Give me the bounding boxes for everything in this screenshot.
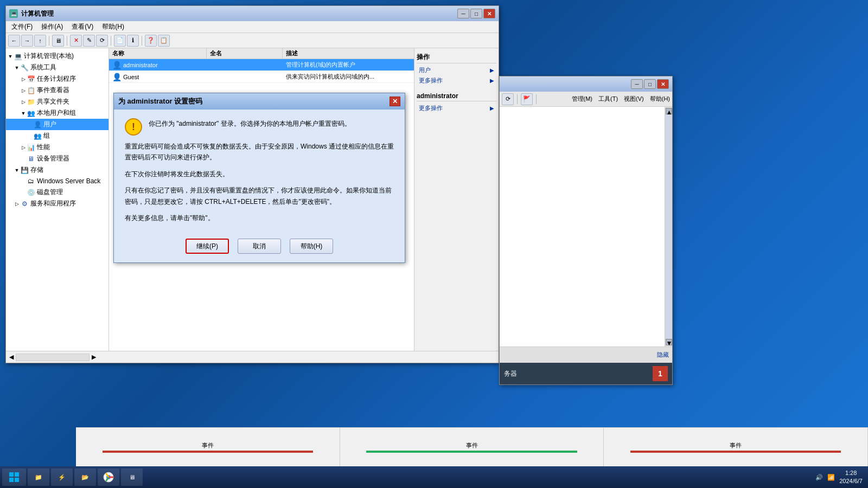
tree-icon-computer: 💻: [14, 52, 22, 61]
menu-help[interactable]: 帮助(H): [99, 21, 127, 33]
tb-show-hide-btn[interactable]: 🖥: [52, 35, 64, 47]
maximize-button[interactable]: □: [470, 9, 482, 18]
action-item-users[interactable]: 用户 ▶: [417, 65, 496, 75]
network-tray-icon[interactable]: 📶: [827, 474, 835, 481]
server-bottom-bar: 隐藏: [500, 346, 672, 363]
tree-item-groups[interactable]: 👥 组: [6, 130, 108, 142]
taskbar-time[interactable]: 1:28 2024/6/7: [839, 469, 863, 486]
server-tb-flag[interactable]: 🚩: [521, 93, 533, 105]
minimize-button[interactable]: ─: [457, 9, 469, 18]
volume-icon[interactable]: 🔊: [815, 474, 823, 481]
server-tb-refresh[interactable]: ⟳: [502, 93, 514, 105]
explorer-icon: 📂: [81, 474, 89, 481]
server-menu-help[interactable]: 帮助(H): [650, 95, 670, 103]
server-minimize-btn[interactable]: ─: [631, 79, 643, 89]
tb-refresh-btn[interactable]: ⟳: [96, 35, 108, 47]
tree-label-winbackup: Windows Server Back: [37, 177, 100, 185]
col-desc[interactable]: 描述: [283, 48, 414, 59]
tree-item-event[interactable]: ▷ 📋 事件查看器: [6, 85, 108, 96]
modal-body-text1: 重置此密码可能会造成不可恢复的数据丢失。由于安全原因，Windows 通过使相应…: [125, 141, 394, 163]
server-menu-view[interactable]: 视图(V): [624, 95, 644, 103]
table-row[interactable]: 👤 administrator 管理计算机(域)的内置帐户: [109, 59, 414, 71]
tree-label-diskmgr: 磁盘管理: [37, 188, 63, 197]
tree-item-services[interactable]: ▷ ⚙ 服务和应用程序: [6, 198, 108, 209]
tree-label-localusers: 本地用户和组: [37, 108, 76, 118]
tb-back-btn[interactable]: ←: [8, 35, 20, 47]
tree-item-share[interactable]: ▷ 📁 共享文件夹: [6, 96, 108, 107]
cancel-button[interactable]: 取消: [238, 239, 281, 254]
scroll-thumb-area[interactable]: [665, 114, 672, 339]
tree-label-groups: 组: [43, 131, 50, 140]
tree-item-sysutil[interactable]: ▼ 🔧 系统工具: [6, 62, 108, 73]
close-button[interactable]: ✕: [483, 9, 495, 18]
col-name[interactable]: 名称: [109, 48, 207, 59]
help-button[interactable]: 帮助(H): [290, 239, 333, 254]
event-label-2: 事件: [466, 441, 478, 450]
scroll-track[interactable]: [16, 354, 90, 361]
tree-item-users[interactable]: 👤 用户: [6, 119, 108, 130]
server-maximize-btn[interactable]: □: [644, 79, 656, 89]
col-fullname[interactable]: 全名: [207, 48, 283, 59]
continue-button[interactable]: 继续(P): [186, 239, 229, 254]
tb-rename-btn[interactable]: ✎: [83, 35, 95, 47]
tb-export-btn[interactable]: 📄: [114, 35, 126, 47]
user-icon-guest: 👤: [112, 73, 122, 81]
user-name-guest: Guest: [123, 74, 139, 80]
action-item-more2[interactable]: 更多操作 ▶: [417, 103, 496, 113]
tb-delete-btn[interactable]: ✕: [70, 35, 82, 47]
network-icon: 🖥: [129, 474, 135, 480]
tb-extra-btn[interactable]: 📋: [158, 35, 170, 47]
win-mgmt-titlebar: 💻 计算机管理 ─ □ ✕: [6, 6, 499, 21]
tree-icon-sysutil: 🔧: [20, 63, 29, 72]
taskbar-btn-network[interactable]: 🖥: [121, 468, 143, 486]
menu-file[interactable]: 文件(F): [8, 21, 36, 33]
server-menu-manage[interactable]: 管理(M): [572, 95, 593, 103]
tree-item-localusers[interactable]: ▼ 👥 本地用户和组: [6, 107, 108, 119]
menu-view[interactable]: 查看(V): [68, 21, 97, 33]
action-item-more1[interactable]: 更多操作 ▶: [417, 75, 496, 86]
tree-item-root[interactable]: ▼ 💻 计算机管理(本地): [6, 50, 108, 62]
modal-body-text3: 只有在你忘记了密码，并且没有密码重置盘的情况下，你才应该使用此命令。如果你知道当…: [125, 185, 394, 207]
arrow-icon-more2: ▶: [490, 105, 494, 111]
server-close-btn[interactable]: ✕: [657, 79, 669, 89]
tb-sep1: [49, 36, 49, 46]
taskbar-btn-files[interactable]: 📁: [28, 468, 49, 486]
win-mgmt-title: 计算机管理: [21, 9, 54, 18]
tree-item-perf[interactable]: ▷ 📊 性能: [6, 142, 108, 153]
tb-prop-btn[interactable]: ℹ: [127, 35, 139, 47]
scroll-down-btn[interactable]: ▼: [666, 339, 672, 345]
taskbar-btn-explorer[interactable]: 📂: [74, 468, 96, 486]
scroll-left-btn[interactable]: ◀: [9, 354, 14, 361]
tree-item-storage[interactable]: ▼ 💾 存储: [6, 164, 108, 176]
user-icon-admin: 👤: [112, 61, 122, 69]
tb-up-btn[interactable]: ↑: [34, 35, 46, 47]
taskbar-right: 🔊 📶 1:28 2024/6/7: [815, 469, 866, 486]
svg-rect-3: [15, 478, 19, 482]
tree-item-task[interactable]: ▷ 📅 任务计划程序: [6, 73, 108, 85]
svg-rect-0: [9, 472, 14, 477]
tree-icon-winbackup: 🗂: [27, 177, 35, 185]
menu-action[interactable]: 操作(A): [38, 21, 66, 33]
modal-close-button[interactable]: ✕: [390, 97, 400, 106]
taskbar-btn-powershell[interactable]: ⚡: [51, 468, 73, 486]
server-menu-tools[interactable]: 工具(T): [598, 95, 618, 103]
left-tree-panel: ▼ 💻 计算机管理(本地) ▼ 🔧 系统工具 ▷ 📅 任务计划程序 ▷ 📋 事件…: [6, 48, 109, 351]
scroll-up-btn[interactable]: ▲: [666, 108, 672, 114]
taskbar-btn-chrome[interactable]: [98, 468, 119, 486]
tb-help-btn[interactable]: ❓: [145, 35, 157, 47]
table-row[interactable]: 👤 Guest 供来宾访问计算机或访问域的内...: [109, 71, 414, 83]
tb-sep4: [142, 36, 142, 46]
server-scrollbar[interactable]: ▲ ▼: [665, 107, 672, 346]
tree-item-winbackup[interactable]: 🗂 Windows Server Back: [6, 176, 108, 187]
warning-icon: !: [125, 118, 142, 136]
event-bar-2: [366, 451, 577, 453]
start-button[interactable]: [2, 468, 26, 486]
hide-label[interactable]: 隐藏: [657, 351, 669, 359]
win-mgmt-window: 💻 计算机管理 ─ □ ✕ 文件(F) 操作(A) 查看(V) 帮助(H) ← …: [5, 5, 499, 363]
tree-item-diskmgr[interactable]: 💿 磁盘管理: [6, 187, 108, 198]
arrow-icon-more1: ▶: [490, 78, 494, 84]
tree-item-devmgr[interactable]: 🖥 设备管理器: [6, 153, 108, 164]
tb-forward-btn[interactable]: →: [21, 35, 33, 47]
action-title-1: 操作: [417, 50, 496, 63]
scroll-right-btn[interactable]: ▶: [92, 354, 96, 361]
